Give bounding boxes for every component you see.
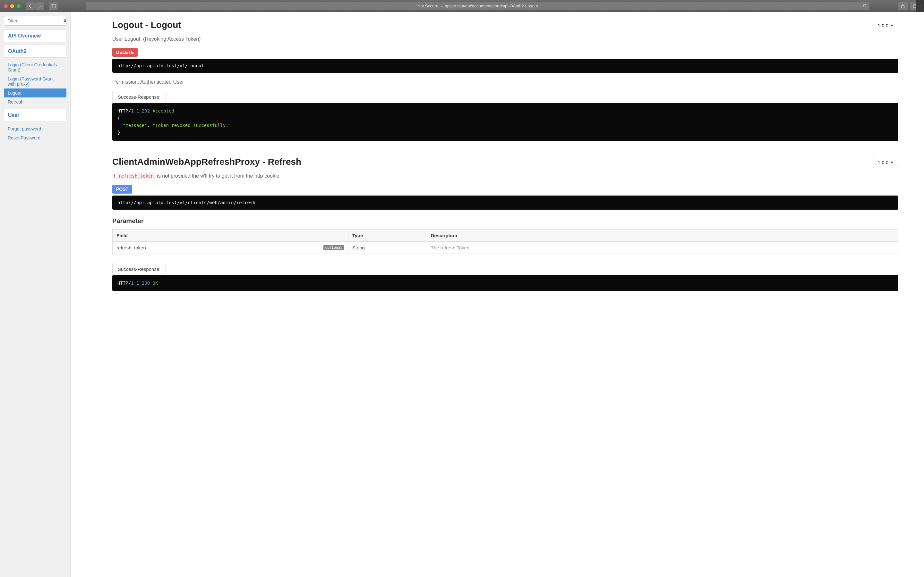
endpoint-url-block: http://api.apiato.test/v1/logout <box>112 59 898 73</box>
endpoint-url-block: http://api.apiato.test/v1/clients/web/ad… <box>112 195 898 210</box>
inline-code: refresh_token <box>116 173 156 179</box>
version-label: 1.0.0 <box>878 23 888 28</box>
response-block: HTTP/1.1 200 OK <box>112 275 898 291</box>
nav-item-reset-password[interactable]: Reset Password <box>4 133 66 142</box>
sidebar-icon <box>51 4 56 8</box>
chevron-left-icon <box>29 4 32 8</box>
method-badge-post: POST <box>112 185 132 193</box>
table-row: refresh_token optional String The refres… <box>113 242 898 253</box>
endpoint-logout: Logout - Logout 1.0.0 ▼ User Logout. (Re… <box>112 20 898 141</box>
permission-text: Permission: Authenticated User <box>112 79 898 85</box>
version-label: 1.0.0 <box>878 160 888 165</box>
response-tab[interactable]: Success-Response: <box>112 263 166 275</box>
response-block: HTTP/1.1 202 Accepted { "message": "Toke… <box>112 103 898 141</box>
nav-item-refresh[interactable]: Refresh <box>4 97 66 106</box>
url-bar[interactable]: Not Secure — apiato.test/api/documentati… <box>86 2 869 10</box>
nav-buttons <box>26 2 44 10</box>
endpoint-description: User Logout. (Revoking Access Token) <box>112 36 898 42</box>
share-button[interactable] <box>898 2 908 10</box>
reload-icon[interactable] <box>863 3 867 9</box>
caret-down-icon: ▼ <box>890 24 893 27</box>
th-description: Description <box>427 229 898 242</box>
svg-rect-3 <box>913 5 916 8</box>
nav-section-user[interactable]: User <box>4 109 66 122</box>
endpoint-description: If refresh_token is not provided the w'l… <box>112 173 898 179</box>
nav-section-oauth2[interactable]: OAuth2 <box>4 45 66 58</box>
browser-chrome: Not Secure — apiato.test/api/documentati… <box>0 0 924 12</box>
endpoint-title: ClientAdminWebAppRefreshProxy - Refresh <box>112 157 301 167</box>
nav-item-forgot-password[interactable]: Forgot password <box>4 124 66 133</box>
td-field: refresh_token optional <box>113 242 349 253</box>
minimize-window-button[interactable] <box>10 4 14 8</box>
nav-item-logout[interactable]: Logout <box>4 89 66 97</box>
sidebar-toggle-button[interactable] <box>49 2 58 10</box>
table-header-row: Field Type Description <box>113 229 898 242</box>
td-description: The refresh Token <box>427 242 898 253</box>
version-dropdown[interactable]: 1.0.0 ▼ <box>873 20 898 31</box>
method-badge-delete: DELETE <box>112 48 137 57</box>
sidebar: X API Overview OAuth2 Login (Client Cred… <box>0 12 71 577</box>
filter-box: X <box>4 16 66 26</box>
version-dropdown[interactable]: 1.0.0 ▼ <box>873 157 898 168</box>
content-area[interactable]: Logout - Logout 1.0.0 ▼ User Logout. (Re… <box>71 12 924 577</box>
th-field: Field <box>113 229 349 242</box>
traffic-lights <box>4 4 21 8</box>
endpoint-title: Logout - Logout <box>112 20 181 30</box>
url-text: Not Secure — apiato.test/api/documentati… <box>417 3 538 8</box>
filter-input[interactable] <box>7 18 63 23</box>
share-icon <box>901 4 905 8</box>
response-tab[interactable]: Success-Response: <box>112 91 166 103</box>
endpoint-header: ClientAdminWebAppRefreshProxy - Refresh … <box>112 157 898 168</box>
th-type: Type <box>348 229 427 242</box>
optional-badge: optional <box>323 245 344 250</box>
clear-filter-button[interactable]: X <box>63 18 66 23</box>
parameter-heading: Parameter <box>112 218 898 225</box>
svg-rect-0 <box>51 4 56 8</box>
endpoint-refresh: ClientAdminWebAppRefreshProxy - Refresh … <box>112 157 898 291</box>
close-window-button[interactable] <box>4 4 8 8</box>
nav-items-user: Forgot password Reset Password <box>4 124 66 142</box>
forward-button[interactable] <box>35 2 44 10</box>
nav-section-api-overview[interactable]: API Overview <box>4 29 66 42</box>
nav-item-login-client-credentials[interactable]: Login (Client Credentials Grant) <box>4 60 66 74</box>
nav-items-oauth2: Login (Client Credentials Grant) Login (… <box>4 60 66 106</box>
app-body: X API Overview OAuth2 Login (Client Cred… <box>0 12 924 577</box>
maximize-window-button[interactable] <box>17 4 21 8</box>
new-tab-button[interactable]: + <box>916 0 924 12</box>
nav-item-login-password-grant[interactable]: Login (Password Grant with proxy) <box>4 74 66 89</box>
chevron-right-icon <box>38 4 41 8</box>
back-button[interactable] <box>26 2 35 10</box>
caret-down-icon: ▼ <box>890 161 893 164</box>
endpoint-header: Logout - Logout 1.0.0 ▼ <box>112 20 898 31</box>
td-type: String <box>348 242 427 253</box>
parameter-table: Field Type Description refresh_token opt… <box>112 229 898 254</box>
